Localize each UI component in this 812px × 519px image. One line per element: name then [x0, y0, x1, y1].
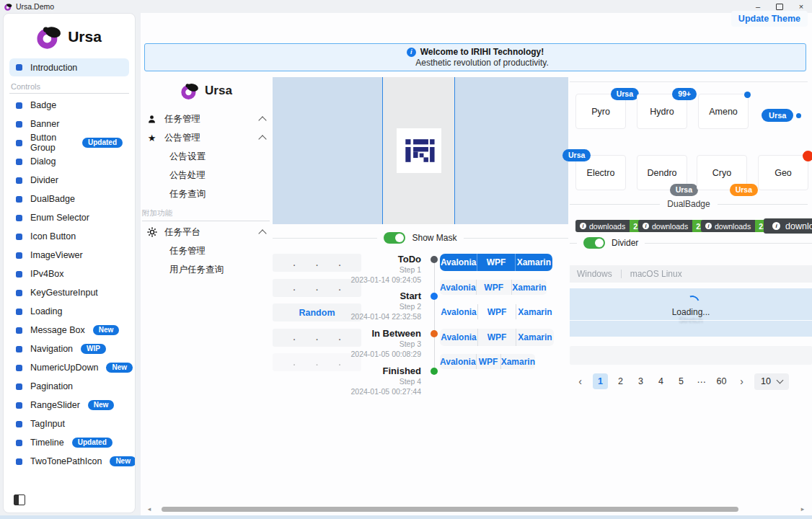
dot-separator: .	[293, 333, 295, 342]
page-button-2[interactable]: 2	[613, 373, 628, 389]
sidebar-item-label: TwoTonePathIcon	[30, 456, 102, 466]
divider-line	[570, 243, 577, 244]
xamarin-button[interactable]: Xamarin	[516, 304, 554, 319]
sidebar-item-divider[interactable]: Divider	[9, 171, 129, 190]
bullet-icon	[16, 64, 22, 71]
sidebar-item-keygestureinput[interactable]: KeyGestureInput	[9, 283, 129, 302]
sidebar-item-ipv4box[interactable]: IPv4Box	[9, 265, 129, 283]
page-button-3[interactable]: 3	[633, 373, 648, 389]
xamarin-button[interactable]: Xamarin	[516, 329, 554, 346]
nav-section-extra: 附加功能	[142, 203, 270, 221]
nav-child-user-task-query[interactable]: 用户任务查询	[141, 260, 273, 279]
avalonia-button[interactable]: Avalonia	[440, 280, 476, 295]
sidebar-item-dualbadge[interactable]: DualBadge	[9, 190, 129, 208]
sidebar-item-numericupdown[interactable]: NumericUpDownNew	[9, 358, 129, 377]
xamarin-button[interactable]: Xamarin	[511, 280, 547, 295]
sidebar-item-twotonepathicon[interactable]: TwoTonePathIconNew	[9, 452, 129, 471]
dot-separator: .	[293, 283, 295, 292]
sidebar-item-label: Message Box	[30, 325, 85, 335]
nav-group-task-platform[interactable]: 任务平台	[141, 223, 273, 241]
avalonia-button[interactable]: Avalonia	[440, 254, 477, 271]
scroll-right-icon[interactable]: ▸	[798, 505, 808, 513]
divider-line	[570, 320, 812, 321]
sidebar-item-enum-selector[interactable]: Enum Selector	[9, 208, 129, 227]
image-viewer[interactable]	[273, 77, 568, 224]
show-mask-toggle[interactable]	[384, 232, 405, 244]
info-icon: i	[407, 48, 416, 57]
sidebar-item-timeline[interactable]: TimelineUpdated	[9, 433, 129, 452]
prev-page-button[interactable]: ‹	[573, 373, 588, 389]
page-size-select[interactable]: 10	[754, 373, 789, 390]
avalonia-button[interactable]: Avalonia	[440, 354, 476, 369]
divider-toggle[interactable]	[583, 237, 605, 249]
page-ellipsis-button[interactable]: ⋯	[694, 373, 709, 389]
page-button-5[interactable]: 5	[674, 373, 689, 389]
bullet-icon	[16, 196, 22, 203]
star-icon: ★	[146, 133, 157, 143]
sidebar-item-banner[interactable]: Banner	[9, 115, 129, 133]
button-group-stretch: Avalonia WPF Xamarin	[440, 329, 554, 346]
sidebar-item-imageviewer[interactable]: ImageViewer	[9, 246, 129, 265]
sidebar-item-navigation[interactable]: NavigationWIP	[9, 340, 129, 358]
sidebar-item-introduction[interactable]: Introduction	[9, 58, 129, 76]
divider-line	[273, 238, 377, 239]
card-label: Ameno	[709, 107, 738, 117]
nav-child-announcement-settings[interactable]: 公告设置	[141, 147, 273, 166]
sidebar-item-button-group[interactable]: Button GroupUpdated	[9, 133, 129, 152]
xamarin-button[interactable]: Xamarin	[515, 254, 552, 271]
wpf-button[interactable]: WPF	[477, 304, 516, 319]
next-page-button[interactable]: ›	[734, 373, 749, 389]
xamarin-button[interactable]: Xamarin	[500, 354, 535, 369]
nav-child-announcement-handling[interactable]: 公告处理	[141, 166, 273, 185]
timeline-step-title: Start	[320, 290, 421, 301]
sidebar-item-label: Banner	[30, 119, 59, 129]
sidebar-item-rangeslider[interactable]: RangeSliderNew	[9, 396, 129, 414]
nav-demo-logo-text: Ursa	[205, 84, 232, 98]
sidebar-item-label: Divider	[30, 175, 58, 185]
wpf-button[interactable]: WPF	[477, 329, 516, 346]
wpf-button[interactable]: WPF	[477, 254, 514, 271]
nav-group-label: 任务管理	[164, 113, 200, 125]
avalonia-button[interactable]: Avalonia	[440, 304, 477, 319]
nav-child-task-query[interactable]: 任务查询	[141, 185, 273, 203]
update-theme-button[interactable]: Update Theme	[731, 11, 808, 27]
sidebar-item-badge[interactable]: Badge	[9, 96, 129, 115]
wpf-button[interactable]: WPF	[476, 280, 511, 295]
card-label: Hydro	[650, 107, 674, 117]
sidebar-item-label: ImageViewer	[30, 250, 83, 260]
scroll-left-icon[interactable]: ◂	[144, 505, 154, 513]
nav-group-task-management[interactable]: 任务管理	[141, 110, 273, 128]
timeline-step-sub: Step 4	[320, 376, 421, 386]
nav-group-label: 任务平台	[164, 226, 200, 239]
title-bar: Ursa.Demo – ×	[0, 0, 812, 13]
nav-child-task-management[interactable]: 任务管理	[141, 241, 273, 260]
nav-demo-logo: Ursa	[141, 76, 273, 105]
sidebar-item-icon-button[interactable]: Icon Button	[9, 227, 129, 246]
sidebar-item-loading[interactable]: Loading	[9, 302, 129, 321]
sidebar-item-label: Loading	[30, 306, 63, 316]
nav-group-announcement[interactable]: ★ 公告管理	[141, 128, 273, 147]
wpf-button[interactable]: WPF	[476, 354, 500, 369]
scrollbar-track[interactable]	[154, 505, 798, 513]
scrollbar-thumb[interactable]	[162, 507, 738, 512]
card-label: Dendro	[648, 168, 677, 178]
page-button-4[interactable]: 4	[653, 373, 668, 389]
horizontal-scrollbar[interactable]: ◂ ▸	[144, 505, 808, 513]
badge-card-geo: Geo	[758, 155, 808, 190]
sidebar-item-pagination[interactable]: Pagination	[9, 377, 129, 396]
bullet-icon	[16, 365, 22, 371]
sidebar-item-label: RangeSlider	[30, 400, 80, 410]
page-button-60[interactable]: 60	[714, 373, 729, 389]
info-icon: i	[643, 223, 649, 229]
sidebar-item-message-box[interactable]: Message BoxNew	[9, 321, 129, 340]
timeline-step-in-between: In Between Step 3 2024-01-05 00:08:29	[320, 328, 421, 359]
avalonia-button[interactable]: Avalonia	[440, 329, 477, 346]
page-button-1[interactable]: 1	[593, 373, 608, 389]
section-divider	[570, 81, 808, 82]
sidebar-item-label: Dialog	[30, 156, 56, 167]
sidebar-item-taginput[interactable]: TagInput	[9, 414, 129, 433]
timeline-dot-blue	[431, 293, 438, 300]
collapse-sidebar-icon[interactable]	[14, 494, 25, 505]
sidebar-item-dialog[interactable]: Dialog	[9, 152, 129, 171]
card-label: Electro	[587, 168, 615, 178]
